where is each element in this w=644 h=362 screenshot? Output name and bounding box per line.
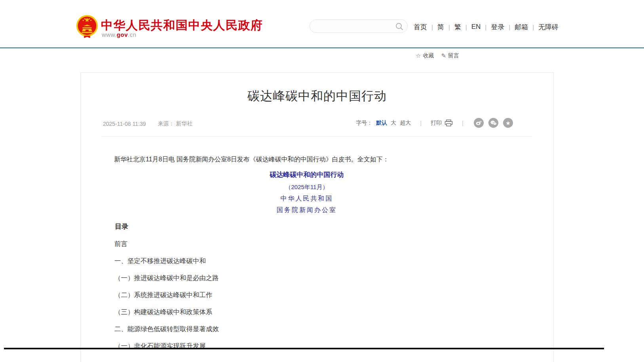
top-nav: 首页 | 简 | 繁 | EN | 登录 | 邮箱 | 无障碍 — [414, 22, 559, 32]
nav-mail[interactable]: 邮箱 — [515, 23, 528, 32]
meta-separator: | — [420, 119, 422, 126]
nav-separator: | — [465, 24, 467, 30]
nav-simplified[interactable]: 简 — [437, 23, 444, 32]
favorite-button[interactable]: ☆ 收藏 — [416, 52, 434, 59]
toc-item-foreword: 前言 — [101, 239, 512, 248]
print-label: 打印 — [431, 119, 442, 127]
toc-heading: 目录 — [101, 222, 512, 231]
toc-item-section1-2: （二）系统推进碳达峰碳中和工作 — [101, 290, 512, 299]
nav-english[interactable]: EN — [471, 23, 481, 31]
pencil-icon: ✎ — [441, 52, 446, 59]
nav-separator: | — [532, 24, 534, 30]
search-input[interactable] — [316, 21, 391, 31]
search-icon[interactable] — [395, 22, 404, 31]
page: 中华人民共和国中央人民政府 www.gov.cn 首页 | 简 | 繁 | EN… — [0, 0, 644, 362]
meta-separator: | — [462, 119, 464, 126]
font-size-xlarge-button[interactable]: 超大 — [400, 119, 411, 127]
site-url-prefix: www. — [102, 31, 117, 38]
article-source: 来源： 新华社 — [158, 120, 192, 127]
search-box[interactable] — [310, 19, 408, 33]
nav-separator: | — [448, 24, 450, 30]
nav-separator: | — [485, 24, 486, 30]
toc-item-section1: 一、坚定不移推进碳达峰碳中和 — [101, 256, 512, 265]
printer-icon — [445, 119, 453, 127]
meta-divider — [101, 136, 532, 136]
nav-accessibility[interactable]: 无障碍 — [538, 23, 559, 32]
national-emblem-icon — [75, 14, 99, 40]
wechat-share-icon[interactable] — [488, 118, 498, 128]
message-label: 留言 — [448, 52, 459, 59]
favorite-label: 收藏 — [423, 52, 434, 59]
meta-right: 字号： 默认 大 超大 | 打印 | — [356, 118, 513, 128]
article-title: 碳达峰碳中和的中国行动 — [81, 88, 553, 104]
doc-org-office: 国务院新闻办公室 — [101, 206, 512, 214]
weibo-share-icon[interactable] — [474, 118, 484, 128]
site-url: www.gov.cn — [102, 31, 137, 38]
article-card: 碳达峰碳中和的中国行动 2025-11-08 11:39 来源： 新华社 字号：… — [80, 72, 554, 362]
toc-item-section1-3: （三）构建碳达峰碳中和政策体系 — [101, 307, 512, 316]
bottom-edge-bar — [4, 348, 604, 349]
page-tools: ☆ 收藏 ✎ 留言 — [416, 52, 459, 59]
nav-traditional[interactable]: 繁 — [454, 23, 461, 32]
message-button[interactable]: ✎ 留言 — [441, 52, 459, 59]
site-url-suffix: .cn — [128, 31, 137, 38]
nav-separator: | — [509, 24, 510, 30]
toc-item-section1-1: （一）推进碳达峰碳中和是必由之路 — [101, 273, 512, 282]
site-url-gov: gov — [117, 31, 128, 38]
source-label: 来源： — [158, 120, 174, 127]
article-meta: 2025-11-08 11:39 来源： 新华社 字号： 默认 大 超大 | 打… — [101, 117, 532, 130]
site-header: 中华人民共和国中央人民政府 www.gov.cn 首页 | 简 | 繁 | EN… — [0, 0, 644, 48]
doc-title: 碳达峰碳中和的中国行动 — [101, 170, 512, 180]
toc-item-section2: 二、能源绿色低碳转型取得显著成效 — [101, 324, 512, 333]
article-body: 新华社北京11月8日电 国务院新闻办公室8日发布《碳达峰碳中和的中国行动》白皮书… — [101, 154, 512, 350]
lead-paragraph: 新华社北京11月8日电 国务院新闻办公室8日发布《碳达峰碳中和的中国行动》白皮书… — [101, 154, 512, 165]
font-size-default-button[interactable]: 默认 — [376, 119, 387, 127]
nav-login[interactable]: 登录 — [491, 23, 504, 32]
font-size-large-button[interactable]: 大 — [391, 119, 396, 127]
nav-separator: | — [431, 24, 433, 30]
doc-org-country: 中华人民共和国 — [101, 194, 512, 203]
doc-date: （2025年11月） — [101, 183, 512, 191]
star-icon: ☆ — [416, 52, 421, 59]
article-date: 2025-11-08 11:39 — [103, 121, 146, 127]
source-value: 新华社 — [176, 120, 192, 127]
meta-left: 2025-11-08 11:39 来源： 新华社 — [103, 120, 192, 127]
share-star-icon[interactable]: ★ — [503, 118, 513, 128]
print-button[interactable]: 打印 — [431, 119, 453, 127]
nav-home[interactable]: 首页 — [414, 23, 427, 32]
font-size-label: 字号： — [356, 119, 372, 127]
